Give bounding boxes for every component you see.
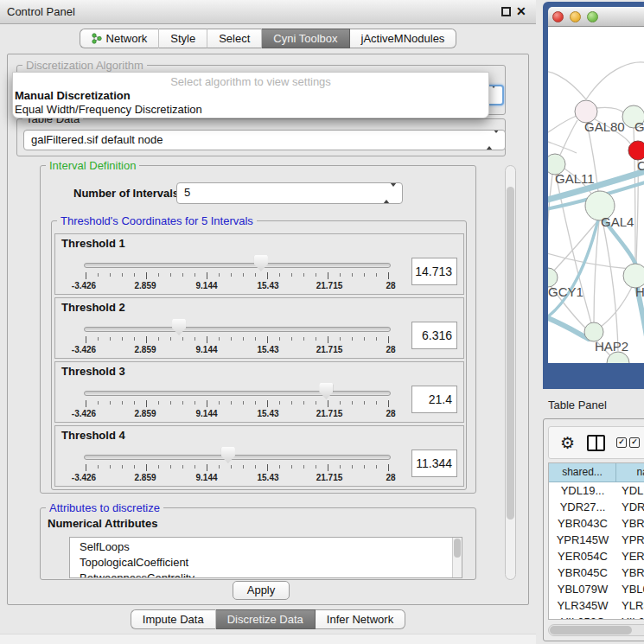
tick-mark	[134, 273, 135, 277]
tick-mark	[388, 272, 389, 279]
table-row[interactable]: YBR043CYBR0	[549, 515, 644, 532]
tick-mark	[207, 400, 207, 407]
table-hscrollbar-thumb[interactable]	[550, 626, 632, 634]
table-hscrollbar[interactable]	[548, 624, 644, 636]
tick-mark	[231, 401, 232, 405]
tick-label: 21.715	[316, 281, 343, 290]
tick-mark	[303, 401, 304, 405]
slider-thumb[interactable]	[221, 447, 235, 463]
checkbox-icon[interactable]: ✓	[629, 437, 640, 448]
network-window-titlebar[interactable]	[548, 7, 644, 27]
network-canvas[interactable]: GAL80GACGAL11GAL4GCY1HHAP2	[548, 27, 644, 363]
tab-label: jActiveMNodules	[361, 32, 445, 45]
attributes-list[interactable]: SelfLoopsTopologicalCoefficientBetweenne…	[69, 537, 462, 578]
checkbox-icon[interactable]: ✓	[616, 437, 627, 448]
cell-name: YPR1	[616, 532, 644, 548]
node-attribute-table[interactable]: shared...name YDL19...YDL1YDR27...YDR2YB…	[548, 462, 644, 620]
threshold-value[interactable]: 11.344	[411, 450, 457, 477]
tick-mark	[364, 465, 365, 469]
node-label: GAL11	[555, 171, 595, 186]
split-columns-icon[interactable]	[587, 435, 605, 451]
tab-discretize-data[interactable]: Discretize Data	[216, 609, 316, 629]
zoom-traffic-light-icon[interactable]	[587, 11, 598, 22]
cell-name: YER0	[616, 548, 644, 564]
panel-scrollbar-thumb[interactable]	[507, 187, 514, 520]
attribute-item[interactable]: SelfLoops	[70, 539, 462, 555]
number-of-intervals-combo[interactable]: 5	[176, 182, 403, 204]
close-icon[interactable]: ✕	[516, 4, 526, 18]
tick-mark	[303, 273, 304, 277]
tick-mark	[231, 337, 232, 341]
tick-labels: -3.4262.8599.14415.4321.71528	[84, 345, 391, 355]
threshold-slider[interactable]: -3.4262.8599.14415.4321.71528	[84, 381, 391, 421]
column-header-name[interactable]: name	[616, 463, 644, 482]
tick-label: 28	[386, 281, 395, 290]
tick-label: 9.144	[195, 345, 217, 354]
table-row[interactable]: YPR145WYPR1	[549, 532, 644, 548]
tick-label: -3.426	[72, 345, 96, 354]
tick-mark	[364, 273, 365, 277]
attribute-item[interactable]: TopologicalCoefficient	[70, 555, 462, 571]
threshold-panel: Threshold 4-3.4262.8599.14415.4321.71528…	[54, 425, 464, 487]
bottom-margin-strip	[0, 634, 536, 644]
table-row[interactable]: YBL079WYBL0	[549, 581, 644, 597]
algorithm-option[interactable]: Equal Width/Frequency Discretization	[13, 103, 488, 117]
attributes-group: Attributes to discretize Numerical Attri…	[40, 507, 476, 580]
threshold-slider[interactable]: -3.4262.8599.14415.4321.71528	[84, 445, 391, 485]
group-title: Interval Definition	[46, 159, 139, 172]
tick-mark	[194, 465, 195, 469]
float-window-icon[interactable]	[501, 7, 511, 16]
list-scrollbar-thumb[interactable]	[454, 539, 461, 558]
tick-mark	[328, 272, 328, 279]
table-row[interactable]: YDL19...YDL1	[549, 482, 644, 499]
table-row[interactable]: YIL052CYIL0	[549, 614, 644, 620]
tab-infer-network[interactable]: Infer Network	[316, 609, 405, 629]
slider-thumb[interactable]	[254, 255, 268, 271]
tick-mark	[86, 272, 86, 279]
cell-name: YLR3	[616, 597, 644, 614]
tab-style[interactable]: Style	[159, 29, 207, 48]
tick-label: 2.859	[134, 473, 156, 482]
tab-select[interactable]: Select	[207, 29, 262, 48]
tick-mark	[207, 272, 207, 279]
apply-button[interactable]: Apply	[233, 581, 290, 600]
tab-cyni-toolbox[interactable]: Cyni Toolbox	[262, 29, 349, 48]
threshold-value[interactable]: 14.713	[411, 258, 457, 285]
network-icon	[92, 33, 102, 44]
slider-thumb[interactable]	[319, 383, 333, 399]
threshold-value[interactable]: 6.316	[411, 322, 457, 349]
table-panel-title: Table Panel	[548, 399, 607, 411]
attribute-item[interactable]: BetweennessCentrality	[70, 571, 462, 578]
algorithm-option[interactable]: Manual Discretization	[13, 89, 488, 103]
tick-mark	[182, 273, 183, 277]
table-row[interactable]: YER054CYER0	[549, 548, 644, 564]
threshold-value[interactable]: 21.4	[411, 386, 457, 413]
tab-impute-data[interactable]: Impute Data	[131, 609, 216, 629]
tick-mark	[352, 273, 353, 277]
node-label: GAL80	[584, 119, 625, 134]
threshold-slider[interactable]: -3.4262.8599.14415.4321.71528	[84, 317, 391, 357]
tick-label: 9.144	[195, 409, 217, 418]
cell-shared-name: YLR345W	[549, 597, 616, 614]
close-traffic-light-icon[interactable]	[552, 11, 564, 22]
table-row[interactable]: YDR27...YDR2	[549, 499, 644, 515]
minimize-traffic-light-icon[interactable]	[570, 11, 581, 22]
column-header-shared-[interactable]: shared...	[549, 463, 616, 482]
tick-labels: -3.4262.8599.14415.4321.71528	[84, 473, 391, 483]
slider-track	[84, 263, 391, 268]
tab-network[interactable]: Network	[80, 29, 160, 48]
spinner-arrows-icon	[383, 184, 397, 203]
threshold-slider[interactable]: -3.4262.8599.14415.4321.71528	[84, 253, 391, 293]
table-data-combo[interactable]: galFiltered.sif default node	[23, 130, 506, 150]
tick-mark	[328, 464, 328, 471]
tick-mark	[316, 401, 316, 405]
table-row[interactable]: YLR345WYLR3	[549, 597, 644, 614]
gear-icon[interactable]: ⚙	[560, 435, 575, 451]
network-node-c[interactable]	[628, 141, 644, 160]
tick-label: 15.43	[257, 345, 278, 354]
slider-thumb[interactable]	[172, 319, 186, 335]
tab-jactivemnodules[interactable]: jActiveMNodules	[350, 29, 457, 48]
list-scrollbar[interactable]	[452, 538, 462, 577]
panel-scrollbar[interactable]	[505, 165, 516, 580]
table-row[interactable]: YBR045CYBR0	[549, 564, 644, 581]
